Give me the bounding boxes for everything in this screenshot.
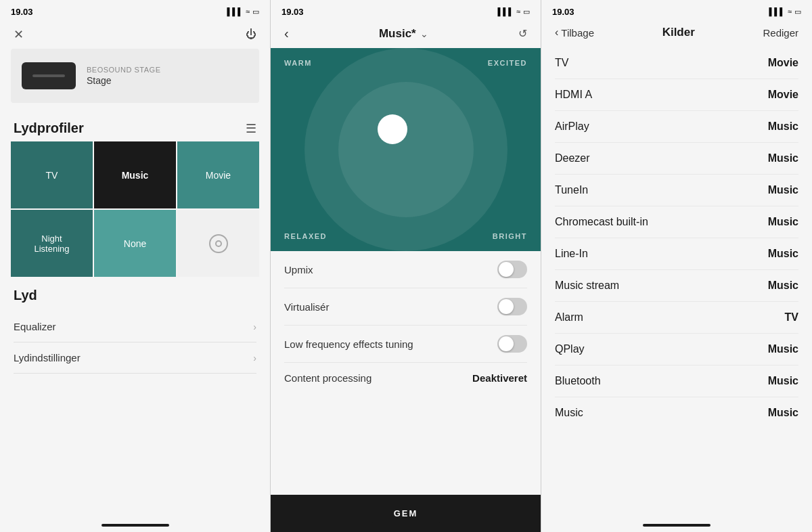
- back-arrow-icon: ‹: [555, 26, 558, 39]
- profile-night-listening[interactable]: NightListening: [11, 210, 93, 277]
- lydindstillinger-label: Lydindstillinger: [14, 352, 81, 363]
- device-image: [22, 62, 76, 89]
- screen-1: 19.03 ▌▌▌ ≈ ▭ ✕ ⏻ BEOSOUND STAGE Stage L…: [0, 0, 271, 532]
- home-indicator-1: [102, 524, 169, 527]
- time-1: 19.03: [11, 7, 33, 17]
- screen-2: 19.03 ▌▌▌ ≈ ▭ ‹ Music* ⌄ ↺ WARM EXCITED …: [271, 0, 541, 532]
- status-bar-1: 19.03 ▌▌▌ ≈ ▭: [0, 0, 270, 20]
- profile-tv[interactable]: TV: [11, 141, 93, 208]
- bright-label: BRIGHT: [493, 232, 527, 240]
- menu-icon[interactable]: ☰: [246, 121, 256, 136]
- profile-movie[interactable]: Movie: [177, 141, 259, 208]
- home-indicator-3: [643, 524, 710, 527]
- s2-dropdown-icon[interactable]: ⌄: [420, 28, 428, 39]
- device-name: BEOSOUND STAGE: [87, 66, 160, 74]
- screen-3: 19.03 ▌▌▌ ≈ ▭ ‹ Tilbage Kilder Rediger T…: [541, 0, 812, 532]
- equalizer-item[interactable]: Equalizer ›: [14, 311, 256, 342]
- source-deezer[interactable]: Deezer Music: [555, 143, 798, 175]
- battery-icon: ▭: [252, 7, 259, 16]
- upmix-row: Upmix: [284, 251, 527, 288]
- status-bar-2: 19.03 ▌▌▌ ≈ ▭: [271, 0, 541, 20]
- status-icons-3: ▌▌▌ ≈ ▭: [769, 7, 801, 16]
- source-music-stream[interactable]: Music stream Music: [555, 270, 798, 302]
- content-processing-row: Content processing Deaktiveret: [284, 363, 527, 393]
- s3-back-button[interactable]: ‹ Tilbage: [555, 26, 594, 39]
- lfe-toggle[interactable]: [497, 335, 527, 353]
- s2-back-button[interactable]: ‹: [284, 26, 289, 41]
- source-qplay[interactable]: QPlay Music: [555, 334, 798, 365]
- eq-circle-2: [304, 48, 508, 251]
- source-music[interactable]: Music Music: [555, 397, 798, 428]
- source-bluetooth[interactable]: Bluetooth Music: [555, 365, 798, 397]
- s2-title: Music*: [379, 27, 416, 41]
- source-airplay[interactable]: AirPlay Music: [555, 111, 798, 143]
- time-2: 19.03: [281, 7, 304, 17]
- device-subtitle: Stage: [87, 75, 160, 86]
- profile-radio[interactable]: [177, 210, 259, 277]
- lyd-title: Lyd: [14, 288, 256, 303]
- lydprofiler-header: Lydprofiler ☰: [0, 114, 270, 141]
- profile-none[interactable]: None: [94, 210, 176, 277]
- lfe-label: Low frequency effects tuning: [284, 338, 413, 350]
- source-line-in[interactable]: Line-In Music: [555, 238, 798, 270]
- home-indicator-2: [372, 523, 440, 525]
- radio-icon: [209, 234, 228, 253]
- wifi-icon-2: ≈: [516, 7, 520, 16]
- virtualiser-row: Virtualisér: [284, 288, 527, 326]
- edit-button[interactable]: Rediger: [763, 27, 798, 39]
- status-bar-3: 19.03 ▌▌▌ ≈ ▭: [541, 0, 812, 20]
- device-info: BEOSOUND STAGE Stage: [87, 66, 160, 86]
- excited-label: EXCITED: [488, 59, 527, 67]
- profile-music[interactable]: Music: [94, 141, 176, 208]
- close-icon[interactable]: ✕: [14, 27, 24, 42]
- signal-icon: ▌▌▌: [227, 7, 243, 16]
- s3-nav-title: Kilder: [662, 26, 695, 39]
- content-processing-label: Content processing: [284, 372, 371, 384]
- profile-grid: TV Music Movie NightListening None: [11, 141, 259, 277]
- power-icon[interactable]: ⏻: [246, 28, 256, 41]
- wifi-icon-3: ≈: [788, 7, 792, 16]
- signal-icon-3: ▌▌▌: [769, 7, 785, 16]
- s1-header: ✕ ⏻: [0, 20, 270, 49]
- s2-settings: Upmix Virtualisér Low frequency effects …: [271, 251, 541, 393]
- signal-icon-2: ▌▌▌: [498, 7, 514, 16]
- device-card: BEOSOUND STAGE Stage: [11, 49, 259, 103]
- s2-title-area: Music* ⌄: [379, 27, 428, 41]
- equalizer-chevron: ›: [253, 322, 256, 332]
- source-chromecast[interactable]: Chromecast built-in Music: [555, 206, 798, 238]
- content-processing-value: Deaktiveret: [472, 372, 527, 384]
- lydindstillinger-item[interactable]: Lydindstillinger ›: [14, 342, 256, 374]
- virtualiser-toggle[interactable]: [497, 298, 527, 315]
- eq-pad[interactable]: WARM EXCITED RELAXED BRIGHT: [271, 48, 541, 251]
- equalizer-label: Equalizer: [14, 321, 56, 332]
- warm-label: WARM: [284, 59, 312, 67]
- time-3: 19.03: [552, 7, 574, 17]
- s3-nav: ‹ Tilbage Kilder Rediger: [541, 20, 812, 47]
- wifi-icon: ≈: [246, 7, 250, 16]
- s2-nav: ‹ Music* ⌄ ↺: [271, 20, 541, 48]
- battery-icon-2: ▭: [523, 7, 530, 16]
- virtualiser-label: Virtualisér: [284, 301, 329, 313]
- gem-button[interactable]: GEM: [271, 495, 541, 532]
- status-icons-2: ▌▌▌ ≈ ▭: [498, 7, 530, 16]
- lydindstillinger-chevron: ›: [253, 353, 256, 363]
- source-tv[interactable]: TV Movie: [555, 47, 798, 79]
- lyd-section: Lyd Equalizer › Lydindstillinger ›: [0, 277, 270, 374]
- upmix-toggle[interactable]: [497, 261, 527, 278]
- relaxed-label: RELAXED: [284, 232, 327, 240]
- upmix-label: Upmix: [284, 264, 313, 275]
- lydprofiler-title: Lydprofiler: [14, 120, 84, 136]
- back-label: Tilbage: [561, 27, 594, 39]
- s2-refresh-icon[interactable]: ↺: [518, 27, 527, 40]
- source-alarm[interactable]: Alarm TV: [555, 302, 798, 334]
- source-list: TV Movie HDMI A Movie AirPlay Music Deez…: [541, 47, 812, 428]
- source-tunein[interactable]: TuneIn Music: [555, 175, 798, 206]
- source-hdmi-a[interactable]: HDMI A Movie: [555, 79, 798, 111]
- eq-dot[interactable]: [378, 114, 407, 144]
- battery-icon-3: ▭: [794, 7, 801, 16]
- status-icons-1: ▌▌▌ ≈ ▭: [227, 7, 259, 16]
- lfe-row: Low frequency effects tuning: [284, 326, 527, 363]
